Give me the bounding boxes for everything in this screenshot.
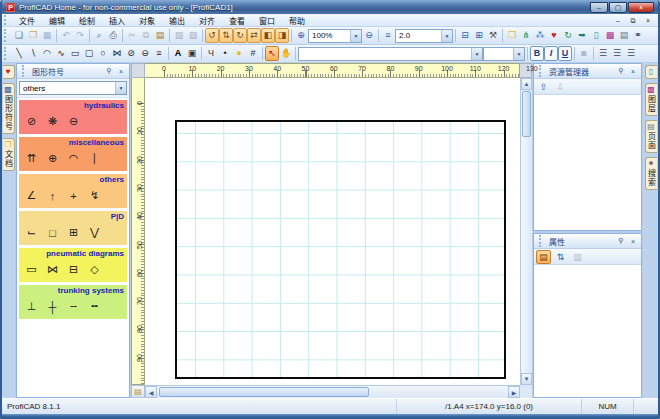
align-left-button[interactable]: ☰ [596, 46, 610, 61]
underline-button[interactable]: U [558, 46, 572, 61]
undo-button[interactable]: ↶ [59, 28, 73, 43]
rotate-left-button[interactable]: ↺ [205, 28, 219, 43]
flip-vertical-button[interactable]: ⇅ [219, 28, 233, 43]
rounded-rect-button[interactable]: ▢ [82, 46, 96, 61]
symbol-button[interactable]: + [65, 188, 82, 203]
align-right-button[interactable]: ☰ [624, 46, 638, 61]
symbol-button[interactable]: ⊕ [44, 151, 61, 166]
layers-tab[interactable]: ▩图层 [645, 83, 657, 116]
close-icon[interactable]: × [116, 68, 126, 75]
polyline-button[interactable]: ∖ [26, 46, 40, 61]
font-family-combo[interactable]: ▼ [298, 47, 483, 61]
mirror-vertical-button[interactable]: ◨ [275, 28, 289, 43]
symbols-tab[interactable]: ▩图形符号 [3, 83, 15, 134]
edit-symbol-button[interactable]: ▨ [186, 28, 200, 43]
italic-button[interactable]: I [544, 46, 558, 61]
symbol-button[interactable]: ┼ [44, 299, 61, 314]
scroll-down-icon[interactable]: ▼ [521, 373, 532, 385]
zoom-out-button[interactable]: ⊖ [362, 28, 376, 43]
tile-vertical-button[interactable]: ⊞ [472, 28, 486, 43]
hourglass-button[interactable]: ⋈ [110, 46, 124, 61]
symbols-tree-button[interactable]: ⋔ [519, 28, 533, 43]
chord-button[interactable]: ⊖ [138, 46, 152, 61]
zoom-level-combo[interactable]: 100%▼ [308, 29, 362, 43]
font-size-combo[interactable]: ▼ [483, 47, 525, 61]
refresh-button[interactable]: ↻ [561, 28, 575, 43]
export-button[interactable]: ➥ [575, 28, 589, 43]
chevron-down-icon[interactable]: ▼ [471, 48, 482, 60]
wire-button[interactable]: Ч [204, 46, 218, 61]
new-button[interactable]: ❏ [12, 28, 26, 43]
tile-horizontal-button[interactable]: ⊟ [458, 28, 472, 43]
pin-icon[interactable]: ⚲ [616, 237, 626, 245]
rectangle-button[interactable]: ▭ [68, 46, 82, 61]
grid-size-combo[interactable]: 2.0▼ [395, 29, 453, 43]
favorites-tab[interactable]: ♥ [3, 65, 15, 79]
symbol-button[interactable]: ⊟ [65, 262, 82, 277]
scroll-right-icon[interactable]: ▶ [508, 386, 520, 398]
symbol-button[interactable]: □ [44, 225, 61, 240]
arc-pie-button[interactable]: ⊘ [124, 46, 138, 61]
bold-button[interactable]: B [530, 46, 544, 61]
zoom-in-button[interactable]: ⊕ [294, 28, 308, 43]
chevron-down-icon[interactable]: ▼ [441, 30, 452, 42]
layers-button[interactable]: ▩ [603, 28, 617, 43]
symbol-button[interactable]: ╍ [86, 299, 103, 314]
symbol-button[interactable]: ⊞ [65, 225, 82, 240]
symbol-button[interactable]: ⌙ [23, 225, 40, 240]
close-icon[interactable]: × [628, 68, 638, 75]
label-button[interactable]: ● [232, 46, 246, 61]
pan-tool-button[interactable]: ✋ [279, 46, 293, 61]
pin-icon[interactable]: ⚲ [104, 67, 114, 75]
horizontal-scroll-thumb[interactable] [159, 387, 369, 397]
documents-tab[interactable]: ❒文档 [3, 138, 15, 171]
menu-item-2[interactable]: 绘制 [72, 14, 102, 26]
pages-button[interactable]: ▯ [589, 28, 603, 43]
symbol-button[interactable]: ◠ [65, 151, 82, 166]
line-button[interactable]: ╲ [12, 46, 26, 61]
mirror-horizontal-button[interactable]: ◧ [261, 28, 275, 43]
symbol-button[interactable]: ▭ [23, 262, 40, 277]
symbol-button[interactable]: ↯ [86, 188, 103, 203]
mdi-close-button[interactable]: × [642, 15, 654, 25]
vertical-scroll-thumb[interactable] [522, 91, 531, 137]
sheet-tabs-button[interactable]: ▤ [131, 385, 145, 398]
explorer-body[interactable] [534, 95, 641, 230]
categorized-view-button[interactable]: ▤ [536, 250, 551, 264]
symbol-button[interactable]: ∠ [23, 188, 40, 203]
print-button[interactable]: ⎙ [106, 28, 120, 43]
symbol-button[interactable]: ◇ [86, 262, 103, 277]
symbol-button[interactable]: ╌ [65, 299, 82, 314]
scroll-up-icon[interactable]: ▲ [521, 78, 532, 90]
settings-button[interactable]: ⚒ [486, 28, 500, 43]
move-up-button[interactable]: ⇧ [536, 80, 551, 94]
properties-body[interactable] [534, 265, 641, 397]
scroll-left-icon[interactable]: ◀ [145, 386, 157, 398]
text-button[interactable]: A [171, 46, 185, 61]
insert-image-button[interactable]: ▧ [172, 28, 186, 43]
library-folder-button[interactable]: ❒ [505, 28, 519, 43]
ic-pins-button[interactable]: # [246, 46, 260, 61]
move-down-button[interactable]: ⇩ [553, 80, 568, 94]
chevron-down-icon[interactable]: ▼ [513, 48, 524, 60]
symbol-button[interactable]: ⋁ [86, 225, 103, 240]
text-field-button[interactable]: ▣ [185, 46, 199, 61]
symbol-button[interactable]: ↑ [44, 188, 61, 203]
polygon-button[interactable]: ≡ [152, 46, 166, 61]
symbol-button[interactable]: ❋ [44, 114, 61, 129]
symbols-filter-combo[interactable]: others ▼ [19, 81, 127, 95]
node-button[interactable]: • [218, 46, 232, 61]
chevron-down-icon[interactable]: ▼ [115, 82, 126, 94]
search-button[interactable]: ⚭ [631, 28, 645, 43]
symbol-button[interactable]: ⊘ [23, 114, 40, 129]
select-tool-button[interactable]: ↖ [265, 46, 279, 61]
chevron-down-icon[interactable]: ▼ [350, 30, 361, 42]
document-button[interactable]: ▤ [617, 28, 631, 43]
symbol-button[interactable]: ⇈ [23, 151, 40, 166]
open-button[interactable]: ❒ [26, 28, 40, 43]
copy-button[interactable]: ⧉ [139, 28, 153, 43]
arc-button[interactable]: ◠ [40, 46, 54, 61]
bezier-button[interactable]: ∿ [54, 46, 68, 61]
ellipse-button[interactable]: ○ [96, 46, 110, 61]
network-button[interactable]: ⁂ [533, 28, 547, 43]
